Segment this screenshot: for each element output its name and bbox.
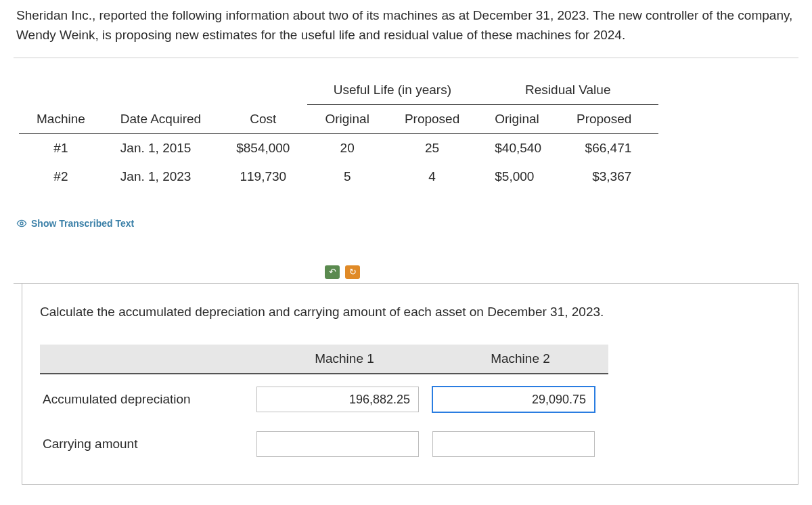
show-transcribed-label: Show Transcribed Text [31,218,134,229]
cell-date-acquired: Jan. 1, 2023 [103,162,219,191]
cell-cost: $854,000 [219,133,307,162]
col-rv-original: Original [477,104,559,133]
col-machine-1: Machine 1 [256,345,432,374]
refresh-icon: ↻ [349,267,357,277]
problem-intro: Sheridan Inc., reported the following in… [14,5,798,58]
cell-rv-proposed: $66,471 [559,133,658,162]
refresh-button[interactable]: ↻ [345,265,360,279]
cell-machine: #2 [19,162,103,191]
cell-rv-original: $5,000 [477,162,559,191]
answer-card: Calculate the accumulated depreciation a… [22,284,798,485]
col-machine: Machine [19,104,103,133]
col-date-acquired: Date Acquired [103,104,219,133]
cell-ul-original: 20 [307,133,386,162]
cell-cost: 119,730 [219,162,307,191]
row-accumulated-depreciation: Accumulated depreciation [40,374,608,419]
col-ul-original: Original [307,104,386,133]
table-row: #2 Jan. 1, 2023 119,730 5 4 $5,000 $3,36… [19,162,658,191]
undo-icon: ↶ [329,267,336,277]
cell-ul-original: 5 [307,162,386,191]
cell-machine: #1 [19,133,103,162]
table-row: #1 Jan. 1, 2015 $854,000 20 25 $40,540 $… [19,133,658,162]
blank-header [40,345,256,374]
undo-button[interactable]: ↶ [325,265,340,279]
svg-point-0 [20,222,23,225]
cell-rv-proposed: $3,367 [559,162,658,191]
eye-icon [16,218,27,229]
col-rv-proposed: Proposed [559,104,658,133]
show-transcribed-button[interactable]: Show Transcribed Text [16,218,134,229]
col-cost: Cost [219,104,307,133]
cell-ul-proposed: 25 [387,133,477,162]
col-machine-2: Machine 2 [432,345,608,374]
answer-prompt: Calculate the accumulated depreciation a… [40,303,780,322]
input-accdep-m2[interactable] [432,387,595,412]
row-label-carry: Carrying amount [40,419,256,464]
input-carry-m1[interactable] [256,431,419,457]
cell-ul-proposed: 4 [387,162,477,191]
input-carry-m2[interactable] [432,431,595,457]
group-residual-value: Residual Value [477,76,658,105]
row-carrying-amount: Carrying amount [40,419,608,464]
input-accdep-m1[interactable] [256,387,419,412]
answer-table: Machine 1 Machine 2 Accumulated deprecia… [40,345,608,464]
machines-table: Useful Life (in years) Residual Value Ma… [19,76,658,191]
col-ul-proposed: Proposed [387,104,477,133]
cell-date-acquired: Jan. 1, 2015 [103,133,219,162]
group-useful-life: Useful Life (in years) [307,76,477,105]
cell-rv-original: $40,540 [477,133,559,162]
row-label-accdep: Accumulated depreciation [40,374,256,419]
